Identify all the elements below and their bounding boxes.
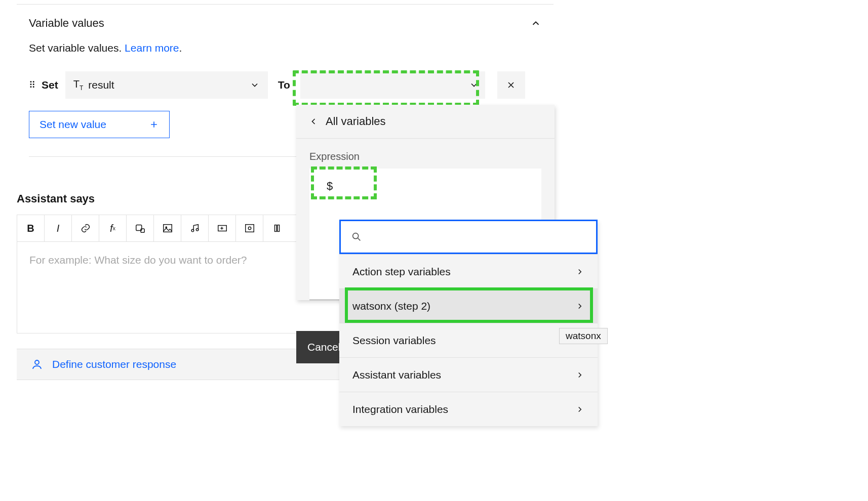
svg-point-11	[35, 360, 39, 364]
chevron-right-icon	[575, 267, 584, 276]
svg-point-4	[191, 229, 194, 232]
variable-select[interactable]: TT result	[65, 71, 268, 99]
section-title: Variable values	[29, 17, 104, 30]
iframe-button[interactable]	[236, 215, 263, 241]
italic-button[interactable]: I	[45, 215, 72, 241]
tooltip-watsonx: watsonx	[559, 328, 608, 344]
svg-rect-9	[274, 225, 277, 232]
link-button[interactable]	[72, 215, 99, 241]
svg-rect-2	[163, 225, 172, 232]
svg-rect-10	[278, 225, 280, 232]
highlight-to-dropdown	[293, 70, 479, 106]
variable-search-input[interactable]	[341, 221, 596, 253]
set-new-value-button[interactable]: Set new value	[29, 111, 170, 138]
svg-rect-7	[245, 225, 254, 232]
svg-point-5	[196, 228, 199, 231]
svg-point-8	[248, 227, 251, 230]
chevron-right-icon	[575, 302, 584, 311]
remove-row-button[interactable]	[497, 71, 525, 99]
bold-button[interactable]: B	[17, 215, 45, 241]
popover-title: All variables	[326, 115, 386, 128]
section-header[interactable]: Variable values	[17, 5, 554, 34]
chevron-up-icon[interactable]	[530, 18, 541, 29]
var-category-action-step[interactable]: Action step variables	[339, 254, 598, 288]
highlight-expression	[311, 166, 377, 199]
function-button[interactable]: fx	[99, 215, 127, 241]
variable-list-panel: Action step variables watsonx (step 2) S…	[339, 220, 598, 426]
popover-back-row[interactable]: All variables	[296, 105, 555, 139]
audio-button[interactable]	[181, 215, 209, 241]
svg-point-12	[353, 233, 359, 239]
chevron-down-icon	[250, 80, 260, 90]
search-icon	[351, 231, 362, 242]
image-button[interactable]	[154, 215, 181, 241]
set-label: Set	[42, 79, 58, 91]
section-subtitle: Set variable values. Learn more.	[29, 42, 541, 54]
search-input-wrapper	[339, 220, 598, 254]
var-category-assistant[interactable]: Assistant variables	[339, 357, 598, 392]
person-icon	[31, 358, 43, 370]
expression-label: Expression	[296, 139, 555, 165]
chevron-right-icon	[575, 370, 584, 380]
text-type-icon: TT	[73, 78, 84, 92]
plus-icon	[149, 119, 159, 130]
chevron-right-icon	[575, 405, 584, 414]
variable-name: result	[88, 79, 114, 91]
var-category-integration[interactable]: Integration variables	[339, 392, 598, 426]
var-category-watsonx[interactable]: watsonx (step 2)	[339, 288, 598, 323]
chevron-left-icon	[308, 116, 319, 127]
drag-handle-icon[interactable]: ⠿	[29, 79, 34, 91]
video-button[interactable]	[209, 215, 236, 241]
cancel-button[interactable]: Cancel	[296, 331, 339, 363]
to-label: To	[278, 79, 290, 91]
learn-more-link[interactable]: Learn more	[125, 42, 179, 54]
variable-insert-button[interactable]	[127, 215, 154, 241]
pause-button[interactable]	[263, 215, 291, 241]
